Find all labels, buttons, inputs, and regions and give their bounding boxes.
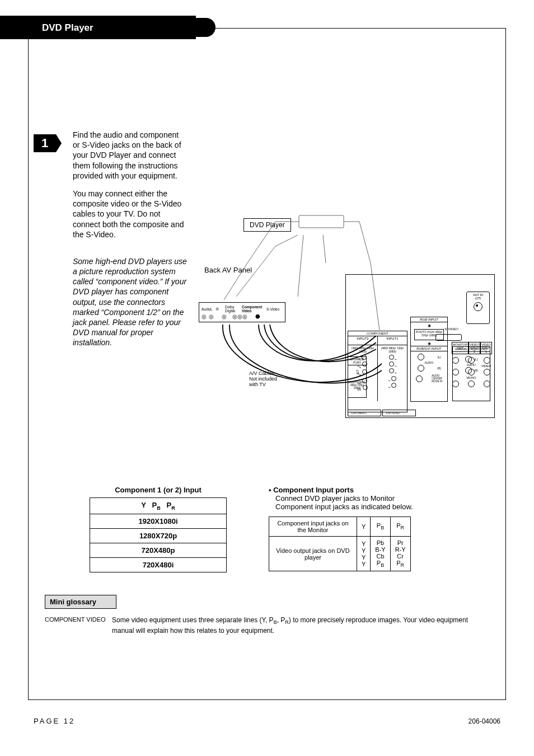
connection-diagram: DVD Player Back AV Panel Audio L R Dolby… — [199, 213, 495, 425]
page-title: DVD Player — [42, 22, 93, 34]
glossary-heading: Mini glossary — [45, 595, 116, 609]
component-resolution-table: Component 1 (or 2) Input Y PB PR 1920X10… — [90, 486, 227, 572]
page-number: PAGE 12 — [34, 717, 75, 725]
svg-rect-0 — [299, 215, 344, 228]
glossary-term: COMPONENT VIDEO — [45, 616, 112, 635]
dvd-player-label: DVD Player — [243, 218, 291, 232]
instruction-p2: You may connect either the composite vid… — [73, 189, 188, 240]
rgb-input-box: RGB INPUT ◉ PC/DTV (XGA/ 480p/ 720p/ 108… — [410, 317, 448, 402]
video-input-grid: MONITOR OUT VIDEO INPUT 2 VIDEO INPUT 1 … — [452, 342, 491, 391]
component-port-guide: • Component Input ports Connect DVD play… — [269, 486, 437, 571]
jack-mapping-table: Component input jacks on the Monitor Y P… — [269, 516, 411, 571]
back-av-panel-label: Back AV Panel — [204, 266, 252, 274]
table-title: Component 1 (or 2) Input — [90, 486, 227, 494]
ant-in-box: ANT IN Ω75 — [466, 292, 490, 324]
mini-glossary: Mini glossary COMPONENT VIDEO Some video… — [45, 595, 489, 635]
instruction-p3: Some high-end DVD players use a picture … — [73, 256, 188, 348]
glossary-definition: Some video equipment uses three separate… — [112, 616, 489, 635]
audio-label: Audio — [202, 307, 207, 311]
coax-icon — [474, 302, 483, 311]
instruction-p1: Find the audio and component or S-Video … — [73, 130, 188, 181]
cable-note: A/V Cables Not included with TV — [249, 371, 277, 388]
step-badge: 1 — [34, 134, 56, 152]
doc-code: 206-04006 — [469, 717, 500, 725]
upgrade-port-box: UPGRADE PORT ▯ PC/DTV (XGA/ 480p/ 720p/ … — [348, 356, 367, 398]
instructions: Find the audio and component or S-Video … — [73, 130, 188, 356]
tv-back-panel: ANT IN Ω75 S-VIDEO RGB INPUT ◉ PC/DTV (X… — [345, 274, 495, 418]
dvi-row: DVI INPUT DVI /DVD — [348, 410, 416, 416]
dvd-rear-jacks: Audio L R Dolby Digital Component Video … — [199, 302, 285, 322]
header-bar — [0, 18, 216, 37]
